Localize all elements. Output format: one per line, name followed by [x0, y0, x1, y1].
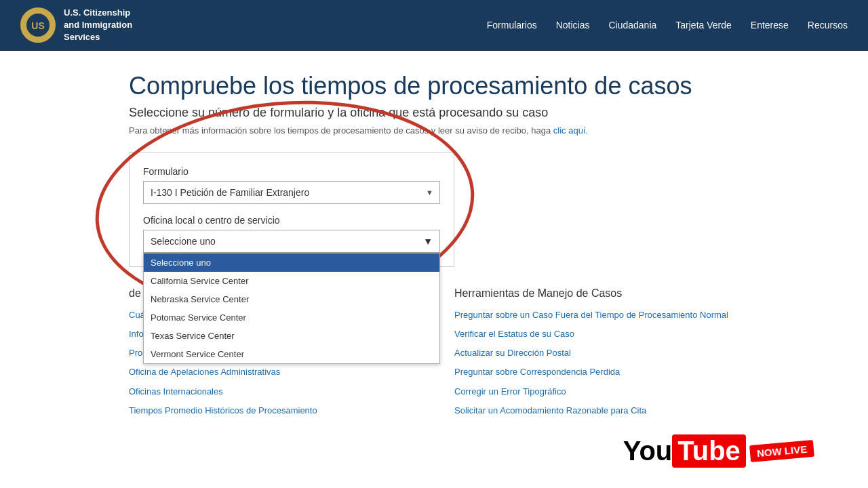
nav-formularios[interactable]: Formularios [487, 20, 537, 30]
dropdown-option-5[interactable]: Vermont Service Center [144, 345, 439, 363]
link-error[interactable]: Corregir un Error Tipográfico [454, 386, 566, 396]
nav-recursos[interactable]: Recursos [808, 20, 848, 30]
dropdown-arrow-icon: ▼ [423, 236, 433, 247]
formulario-select[interactable]: I-130 I Petición de Familiar Extranjero [143, 181, 440, 204]
nav-tarjeta-verde[interactable]: Tarjeta Verde [675, 20, 732, 30]
main-content: Compruebe los tiempos de procesamiento d… [108, 51, 760, 451]
page-description: Para obtener más información sobre los t… [129, 125, 739, 136]
agency-name: U.S. Citizenshipand ImmigrationServices [64, 7, 132, 44]
oficina-dropdown-display[interactable]: Seleccione uno ▼ [143, 230, 440, 253]
formulario-label: Formulario [143, 166, 440, 177]
bottom-right-title: Herramientas de Manejo de Casos [454, 287, 739, 300]
main-nav: Formularios Noticias Ciudadania Tarjeta … [487, 20, 848, 30]
oficina-dropdown[interactable]: Seleccione uno ▼ Seleccione uno Californ… [143, 230, 440, 253]
bottom-right-links: Preguntar sobre un Caso Fuera del Tiempo… [454, 309, 739, 417]
oficina-field: Oficina local o centro de servicio Selec… [143, 215, 440, 253]
dropdown-option-1[interactable]: California Service Center [144, 272, 439, 290]
page-title: Compruebe los tiempos de procesamiento d… [129, 71, 739, 100]
link-acomodamiento[interactable]: Solicitar un Acomodamiento Razonable par… [454, 405, 646, 415]
logo-area: US U.S. Citizenshipand ImmigrationServic… [20, 7, 132, 44]
oficina-dropdown-options: Seleccione uno California Service Center… [143, 253, 440, 364]
agency-logo: US [20, 7, 56, 43]
svg-text:US: US [31, 20, 44, 31]
link-internacionales[interactable]: Oficinas Internacionales [129, 386, 223, 396]
site-header: US U.S. Citizenshipand ImmigrationServic… [0, 0, 868, 51]
click-here-link[interactable]: clic aquí [553, 125, 586, 136]
link-apelaciones[interactable]: Oficina de Apelaciones Administrativas [129, 367, 280, 377]
dropdown-option-2[interactable]: Nebraska Service Center [144, 290, 439, 308]
page-subtitle: Seleccione su número de formulario y la … [129, 106, 739, 120]
nav-enterese[interactable]: Enterese [751, 20, 789, 30]
dropdown-option-3[interactable]: Potomac Service Center [144, 308, 439, 327]
link-estatus[interactable]: Verificar el Estatus de su Caso [454, 329, 574, 339]
nav-noticias[interactable]: Noticias [556, 20, 590, 30]
link-historicos[interactable]: Tiempos Promedio Históricos de Procesami… [129, 405, 317, 415]
formulario-select-wrapper[interactable]: I-130 I Petición de Familiar Extranjero [143, 181, 440, 204]
dropdown-option-4[interactable]: Texas Service Center [144, 327, 439, 345]
bottom-right-col: Herramientas de Manejo de Casos Pregunta… [454, 287, 739, 424]
link-direccion[interactable]: Actualizar su Dirección Postal [454, 348, 571, 358]
link-correspondencia[interactable]: Preguntar sobre Correspondencia Perdida [454, 367, 620, 377]
form-section: Formulario I-130 I Petición de Familiar … [129, 152, 454, 267]
formulario-field: Formulario I-130 I Petición de Familiar … [143, 166, 440, 204]
dropdown-option-0[interactable]: Seleccione uno [144, 253, 439, 272]
oficina-label: Oficina local o centro de servicio [143, 215, 440, 226]
link-fuera-tiempo[interactable]: Preguntar sobre un Caso Fuera del Tiempo… [454, 310, 728, 320]
nav-ciudadania[interactable]: Ciudadania [608, 20, 656, 30]
